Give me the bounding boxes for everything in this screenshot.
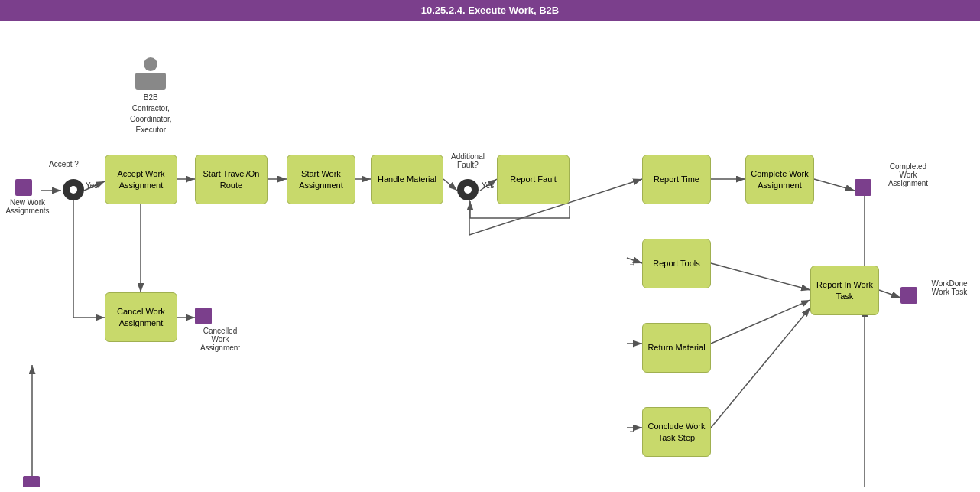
arrow-to-conclude: → [628,426,636,435]
svg-line-14 [879,290,900,298]
actor-head [144,57,157,71]
complete-work-box: Complete WorkAssignment [745,155,814,204]
actor-body [135,73,166,90]
report-fault-box: Report Fault [497,155,570,204]
fault-gateway [457,179,479,200]
handle-material-box: Handle Material [371,155,443,204]
actor-label: B2BContractor,Coordinator,Executor [130,93,171,135]
work-done-event [900,287,917,304]
work-done-label: WorkDoneWork Task [919,279,980,296]
start-travel-box: Start Travel/OnRoute [195,155,268,204]
report-time-box: Report Time [642,155,711,204]
diagram-area: B2BContractor,Coordinator,Executor New W… [0,21,980,487]
cancel-work-box: Cancel WorkAssignment [105,292,177,342]
conclude-step-box: Conclude WorkTask Step [642,407,711,457]
accept-gateway [63,179,84,200]
completed-event [855,179,871,196]
svg-line-6 [443,179,457,191]
yes-label-2: Yes [482,181,494,190]
return-material-box: Return Material [642,323,711,373]
yes-label-1: Yes [86,181,98,190]
cancelled-label: CancelledWorkAssignment [190,327,251,352]
header: 10.25.2.4. Execute Work, B2B [0,0,980,21]
actor-icon: B2BContractor,Coordinator,Executor [130,57,171,135]
new-work-label: New WorkAssignments [5,198,50,215]
accept-label: Accept ? [49,160,79,168]
arrow-to-return: → [628,342,636,350]
cancelled-event [195,308,212,324]
header-title: 10.25.2.4. Execute Work, B2B [421,5,559,16]
started-event [23,476,40,487]
new-work-event [15,179,32,196]
arrow-to-tools: → [628,259,636,268]
svg-line-9 [814,179,855,191]
report-tools-box: Report Tools [642,239,711,288]
completed-label: CompletedWorkAssignment [874,162,943,187]
additional-fault-label: AdditionalFault? [445,152,491,169]
start-work-box: Start WorkAssignment [287,155,355,204]
report-in-task-box: Report In WorkTask [810,266,879,315]
accept-work-box: Accept WorkAssignment [105,155,177,204]
